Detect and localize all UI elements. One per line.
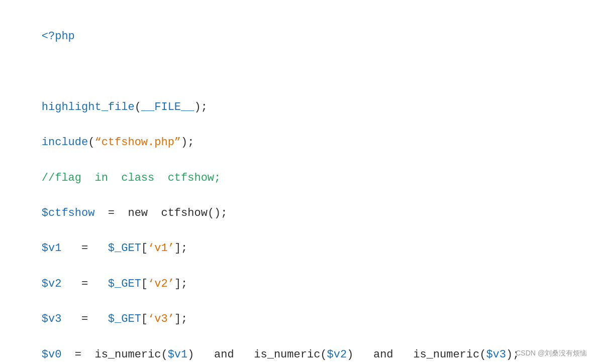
line-include: include(“ctfshow.php”);	[42, 136, 194, 149]
code-container: <?php highlight_file(__FILE__); include(…	[0, 0, 597, 364]
code-block: <?php highlight_file(__FILE__); include(…	[15, 10, 582, 364]
line-v3: $v3 = $_GET[‘v3’];	[42, 313, 187, 325]
line-v0: $v0 = is_numeric($v1) and is_numeric($v2…	[42, 348, 520, 361]
watermark: CSDN @刘桑没有烦恼	[516, 349, 587, 358]
line-comment: //flag in class ctfshow;	[42, 172, 221, 184]
line-ctfshow: $ctfshow = new ctfshow();	[42, 207, 228, 219]
line-php-open: <?php	[42, 30, 75, 43]
line-highlight: highlight_file(__FILE__);	[42, 101, 208, 113]
line-v2: $v2 = $_GET[‘v2’];	[42, 278, 187, 290]
line-v1: $v1 = $_GET[‘v1’];	[42, 242, 187, 255]
